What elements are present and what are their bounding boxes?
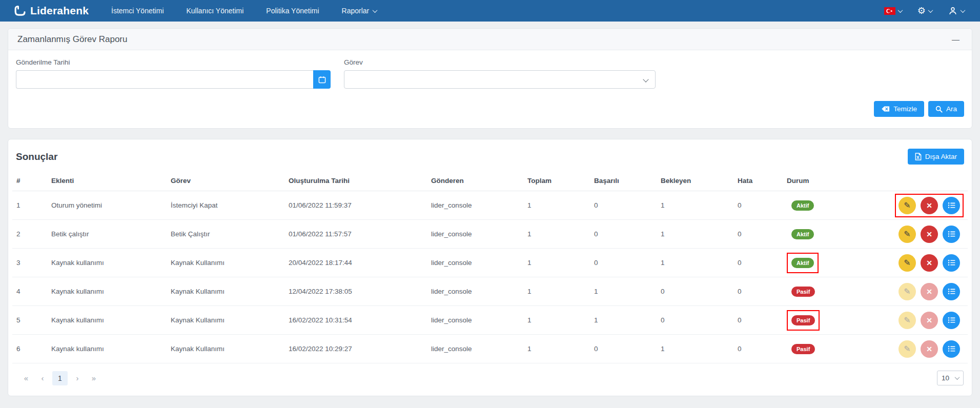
main-menu: İstemci Yönetimi Kullanıcı Yönetimi Poli… (111, 7, 377, 15)
col-header-number: # (12, 171, 47, 191)
user-account-dropdown[interactable] (948, 6, 965, 16)
chevron-down-icon (928, 8, 933, 13)
cell-pending: 1 (657, 220, 733, 249)
nav-item-client-management[interactable]: İstemci Yönetimi (111, 7, 164, 15)
list-icon (948, 201, 955, 209)
col-header-sender: Gönderen (427, 171, 523, 191)
cell-actions: ✎ ✕ (878, 306, 968, 335)
language-dropdown[interactable] (884, 7, 902, 15)
status-badge: Pasif (791, 287, 815, 297)
pencil-icon: ✎ (904, 287, 910, 296)
cell-task: Betik Çalıştır (167, 220, 284, 249)
col-header-error: Hata (733, 171, 783, 191)
col-header-status: Durum (783, 171, 878, 191)
excel-file-icon (915, 153, 922, 160)
status-badge: Aktif (791, 200, 814, 211)
detail-list-button[interactable] (943, 312, 960, 329)
send-date-field-group: Gönderilme Tarihi (16, 58, 331, 89)
status-annotation-box: Aktif (787, 253, 819, 273)
list-icon (948, 230, 955, 238)
pencil-icon: ✎ (904, 315, 910, 325)
table-header-row: # Eklenti Görev Oluşturulma Tarihi Gönde… (12, 171, 968, 191)
search-button-label: Ara (946, 105, 957, 113)
status-annotation-box: Aktif (787, 224, 819, 244)
pagination-first-button[interactable]: « (19, 371, 33, 385)
export-button[interactable]: Dışa Aktar (908, 149, 964, 165)
cell-sender: lider_console (427, 306, 523, 335)
settings-dropdown[interactable]: ⚙ (917, 6, 932, 15)
page-size-select[interactable]: 10 (937, 371, 964, 385)
cell-total: 1 (523, 277, 590, 306)
cell-success: 0 (590, 249, 657, 277)
send-date-input[interactable] (16, 70, 313, 89)
detail-list-button[interactable] (943, 226, 960, 243)
filter-card-body: Gönderilme Tarihi Gö (8, 50, 972, 128)
detail-list-button[interactable] (943, 197, 960, 214)
edit-button[interactable]: ✎ (899, 340, 916, 358)
cell-error: 0 (733, 249, 783, 277)
delete-button[interactable]: ✕ (921, 340, 938, 358)
edit-button[interactable]: ✎ (899, 254, 916, 272)
cell-created-date: 16/02/2022 10:29:27 (284, 335, 427, 363)
calendar-icon (318, 76, 326, 84)
cell-actions: ✎ ✕ (878, 249, 968, 277)
pagination-next-button[interactable]: › (71, 371, 84, 385)
calendar-button[interactable] (313, 70, 331, 89)
edit-button[interactable]: ✎ (899, 226, 916, 243)
task-select[interactable] (344, 70, 656, 89)
pagination-page-1[interactable]: 1 (52, 371, 68, 385)
cell-number: 4 (12, 277, 47, 306)
cell-actions: ✎ ✕ (878, 277, 968, 306)
cell-total: 1 (523, 306, 590, 335)
pagination-last-button[interactable]: » (87, 371, 100, 385)
table-row: 5 Kaynak kullanımı Kaynak Kullanımı 16/0… (12, 306, 968, 335)
nav-item-user-management[interactable]: Kullanıcı Yönetimi (187, 7, 244, 15)
col-header-plugin: Eklenti (47, 171, 167, 191)
actions-annotation-box: ✎ ✕ (895, 194, 964, 217)
detail-list-button[interactable] (943, 283, 960, 300)
status-badge: Pasif (791, 344, 815, 354)
cell-created-date: 20/04/2022 18:17:44 (284, 249, 427, 277)
close-icon: ✕ (926, 201, 932, 210)
collapse-minus-icon[interactable]: — (952, 35, 959, 43)
delete-button[interactable]: ✕ (921, 283, 938, 300)
delete-button[interactable]: ✕ (921, 312, 938, 329)
cell-task: Kaynak Kullanımı (167, 277, 284, 306)
pagination-prev-button[interactable]: ‹ (36, 371, 49, 385)
cell-created-date: 01/06/2022 11:57:57 (284, 220, 427, 249)
edit-button[interactable]: ✎ (899, 197, 916, 214)
scheduled-task-report-card: Zamanlanmış Görev Raporu — Gönderilme Ta… (8, 28, 972, 129)
backspace-clear-icon (881, 106, 890, 112)
task-field-group: Görev (344, 58, 656, 89)
nav-item-reports-dropdown[interactable]: Raporlar (342, 7, 377, 15)
clear-button[interactable]: Temizle (874, 101, 924, 117)
status-badge: Aktif (791, 258, 814, 268)
nav-item-policy-management[interactable]: Politika Yönetimi (266, 7, 319, 15)
detail-list-button[interactable] (943, 254, 960, 272)
delete-button[interactable]: ✕ (921, 197, 938, 214)
results-table: # Eklenti Görev Oluşturulma Tarihi Gönde… (12, 171, 968, 363)
cell-task: İstemciyi Kapat (167, 191, 284, 220)
cell-success: 1 (590, 306, 657, 335)
brand-logo[interactable]: Liderahenk (13, 4, 89, 17)
list-icon (948, 345, 955, 353)
results-title: Sonuçlar (16, 151, 57, 162)
cell-task: Kaynak Kullanımı (167, 335, 284, 363)
cell-status: Aktif (783, 191, 878, 220)
delete-button[interactable]: ✕ (921, 226, 938, 243)
delete-button[interactable]: ✕ (921, 254, 938, 272)
detail-list-button[interactable] (943, 340, 960, 358)
cell-task: Kaynak Kullanımı (167, 249, 284, 277)
cell-error: 0 (733, 277, 783, 306)
cell-status: Pasif (783, 277, 878, 306)
edit-button[interactable]: ✎ (899, 283, 916, 300)
chevron-down-icon (373, 8, 378, 13)
edit-button[interactable]: ✎ (899, 312, 916, 329)
cell-actions: ✎ ✕ (878, 220, 968, 249)
cell-sender: lider_console (427, 220, 523, 249)
cell-plugin: Kaynak kullanımı (47, 249, 167, 277)
cell-pending: 1 (657, 191, 733, 220)
cell-task: Kaynak Kullanımı (167, 306, 284, 335)
actions-annotation-box: ✎ ✕ (895, 280, 964, 303)
search-button[interactable]: Ara (928, 101, 964, 117)
